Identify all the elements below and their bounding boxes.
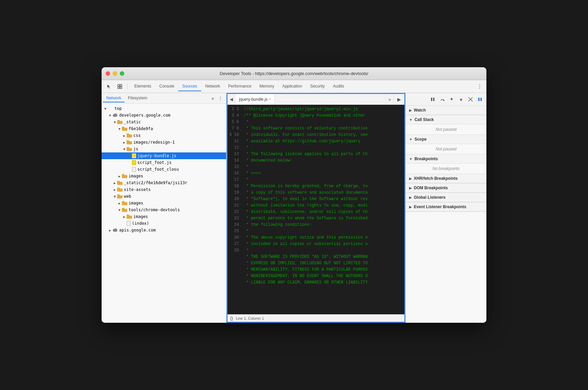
right-section-header-scope[interactable]: ▼Scope (406, 135, 486, 144)
maximize-button[interactable] (120, 71, 124, 76)
folder-icon-f6e (122, 127, 127, 131)
pause-icon[interactable] (428, 95, 437, 104)
step-out-icon[interactable] (457, 95, 465, 104)
inspect-icon[interactable] (115, 82, 125, 91)
tree-label-web: web (124, 194, 131, 199)
right-section-header-watch[interactable]: ▶Watch (406, 106, 486, 115)
svg-rect-1 (120, 84, 122, 86)
tab-security[interactable]: Security (306, 82, 329, 91)
tree-item-images[interactable]: ▶ images (102, 173, 226, 179)
right-section-label-dom-breakpoints: DOM Breakpoints (414, 186, 448, 190)
right-section-header-breakpoints[interactable]: ▼Breakpoints (406, 154, 486, 164)
right-section-event-listeners: ▶Event Listener Breakpoints (406, 202, 486, 212)
left-panel-more-icon[interactable]: » (209, 95, 216, 102)
tab-sources[interactable]: Sources (178, 82, 201, 91)
tree-item-top[interactable]: ▼ top (102, 105, 226, 112)
tree-arrow-developers: ▼ (108, 114, 112, 117)
tree-arrow-css: ▶ (122, 134, 127, 138)
code-content[interactable]: //third_party/javascript/jquery2/jquery2… (241, 105, 404, 314)
right-section-arrow-dom-breakpoints: ▶ (409, 186, 412, 190)
tree-item-apis[interactable]: ▶ apis.google.com (102, 227, 226, 234)
right-section-header-call-stack[interactable]: ▼Call Stack (406, 115, 486, 124)
tab-audits[interactable]: Audits (329, 82, 348, 91)
tree-item-static[interactable]: ▼ _static (102, 119, 226, 125)
right-section-label-global-listeners: Global Listeners (414, 195, 446, 200)
disable-pause-icon[interactable] (476, 95, 484, 104)
file-icon-script-closure (132, 167, 136, 172)
traffic-lights (106, 71, 124, 76)
tree-item-js[interactable]: ▼ js (102, 146, 226, 152)
tree-item-web[interactable]: ▼ web (102, 193, 226, 200)
toolbar-separator (127, 83, 128, 90)
code-area: 1 2 3 4 5 6 7 8 9 10 11 12 13 14 15 16 1… (228, 105, 404, 314)
file-tree: ▼ top ▼ developers.google.com ▼ _static (102, 104, 226, 323)
left-panel-menu-icon[interactable]: ⋮ (216, 95, 225, 102)
tab-console[interactable]: Console (155, 82, 178, 91)
cursor-icon[interactable] (104, 82, 114, 91)
curly-braces-icon[interactable]: {} (230, 316, 233, 321)
tree-item-css[interactable]: ▶ css (102, 132, 226, 139)
svg-point-6 (115, 114, 117, 116)
tree-item-script-closure[interactable]: script_foot_closu (102, 166, 226, 173)
minimize-button[interactable] (113, 71, 117, 76)
source-tab-more-icon[interactable]: » (385, 94, 394, 104)
svg-rect-2 (118, 87, 119, 89)
right-section-header-global-listeners[interactable]: ▶Global Listeners (406, 193, 486, 202)
tree-item-site-assets[interactable]: ▶ site-assets (102, 186, 226, 193)
devtools-toolbar: Elements Console Sources Network Perform… (102, 80, 486, 93)
tree-arrow-static2: ▶ (112, 181, 117, 185)
svg-rect-20 (481, 98, 482, 101)
tree-item-tools-images[interactable]: ▶ images (102, 213, 226, 220)
right-section-breakpoints: ▼BreakpointsNo breakpoints (406, 154, 486, 174)
source-tab-close-icon[interactable]: × (269, 97, 271, 101)
right-section-xhr-breakpoints: ▶XHR/fetch Breakpoints (406, 174, 486, 184)
right-section-label-scope: Scope (415, 137, 427, 142)
right-sections: ▶Watch▼Call StackNot paused▼ScopeNot pau… (406, 106, 486, 212)
tree-label-jquery: jquery-bundle.js (137, 153, 177, 158)
right-section-arrow-xhr-breakpoints: ▶ (409, 177, 412, 180)
tree-item-tools[interactable]: ▼ tools/chrome-devtools (102, 206, 226, 213)
tab-network[interactable]: Network (103, 94, 125, 102)
toolbar-more-icon[interactable]: ⋮ (476, 83, 484, 90)
folder-icon-static (117, 120, 123, 124)
source-tab-jquery[interactable]: jquery-bundle.js × (236, 94, 275, 104)
svg-rect-10 (431, 98, 432, 101)
tree-arrow-tools-images: ▶ (122, 215, 127, 219)
step-into-icon[interactable] (447, 95, 456, 104)
right-section-header-xhr-breakpoints[interactable]: ▶XHR/fetch Breakpoints (406, 174, 486, 183)
right-section-global-listeners: ▶Global Listeners (406, 193, 486, 202)
tree-item-developers[interactable]: ▼ developers.google.com (102, 112, 226, 119)
right-section-header-dom-breakpoints[interactable]: ▶DOM Breakpoints (406, 184, 486, 193)
tree-item-static2[interactable]: ▶ _static2/f6e16de9fa/jsi13r (102, 179, 226, 186)
source-tab-prev-icon[interactable]: ◀ (228, 94, 236, 104)
tree-item-jquery[interactable]: jquery-bundle.js (102, 152, 226, 159)
deactivate-breakpoints-icon[interactable] (466, 95, 475, 104)
right-section-label-event-listeners: Event Listener Breakpoints (414, 204, 466, 209)
left-panel-tabs: Network Filesystem » ⋮ (102, 93, 226, 104)
tree-item-images-redesign[interactable]: ▶ images/redesign-1 (102, 139, 226, 146)
tab-application[interactable]: Application (278, 82, 306, 91)
tree-item-web-images[interactable]: ▶ images (102, 200, 226, 206)
title-bar: Developer Tools - https://developers.goo… (102, 67, 486, 80)
tree-arrow-f6e: ▼ (117, 127, 122, 131)
close-button[interactable] (106, 71, 110, 76)
right-section-watch: ▶Watch (406, 106, 486, 115)
right-section-header-event-listeners[interactable]: ▶Event Listener Breakpoints (406, 202, 486, 212)
source-play-icon[interactable]: ▶ (394, 94, 404, 104)
right-section-body-breakpoints: No breakpoints (406, 164, 486, 174)
tab-performance[interactable]: Performance (224, 82, 256, 91)
right-section-label-watch: Watch (414, 108, 426, 113)
tab-network[interactable]: Network (201, 82, 224, 91)
step-over-icon[interactable] (438, 95, 447, 104)
tree-item-f6e[interactable]: ▼ f6e16de9fa (102, 125, 226, 132)
tab-filesystem[interactable]: Filesystem (125, 94, 151, 102)
tree-item-script-foot[interactable]: script_foot.js (102, 159, 226, 166)
tab-elements[interactable]: Elements (130, 82, 155, 91)
folder-icon-tools-images (127, 215, 132, 219)
tree-arrow-images-redesign: ▶ (122, 141, 127, 144)
svg-marker-15 (460, 98, 462, 100)
cloud-icon (112, 113, 118, 117)
tab-memory[interactable]: Memory (256, 82, 278, 91)
tree-item-index[interactable]: (index) (102, 220, 226, 227)
main-content: Network Filesystem » ⋮ ▼ top ▼ d (102, 93, 486, 323)
